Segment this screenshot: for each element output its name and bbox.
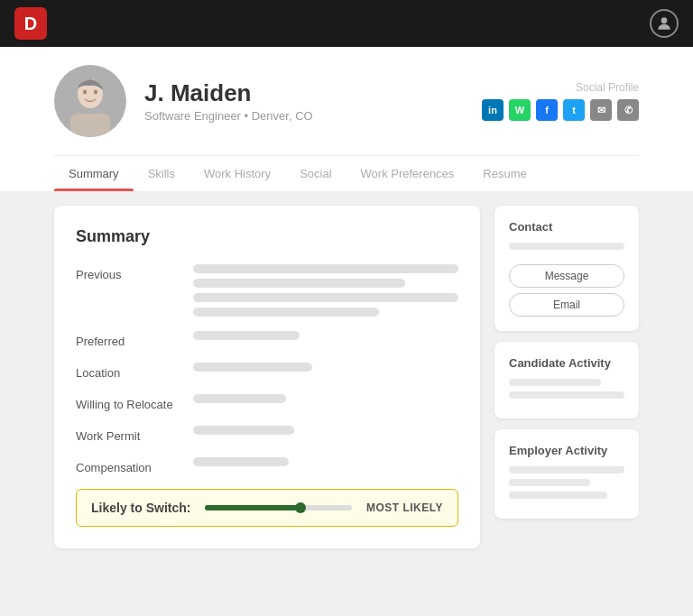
user-account-icon[interactable] [650, 9, 679, 38]
previous-row: Previous [76, 264, 458, 317]
linkedin-icon[interactable]: in [482, 99, 504, 121]
switch-value: MOST LIKELY [366, 501, 443, 514]
svg-rect-2 [70, 114, 110, 137]
bar [193, 426, 294, 435]
bar [193, 457, 289, 466]
work-permit-label: Work Permit [76, 426, 193, 443]
likely-to-switch-banner: Likely to Switch: MOST LIKELY [76, 489, 458, 527]
profile-subtitle: Software Engineer • Denver, CO [144, 109, 482, 123]
profile-header: J. Maiden Software Engineer • Denver, CO… [0, 47, 693, 191]
bar [193, 331, 300, 340]
bar [193, 308, 379, 317]
tab-work-history[interactable]: Work History [189, 156, 285, 191]
social-section: Social Profile in W f t ✉ ✆ [482, 81, 639, 121]
facebook-icon[interactable]: f [536, 99, 558, 121]
compensation-row: Compensation [76, 457, 458, 474]
tab-nav: Summary Skills Work History Social Work … [54, 155, 639, 191]
relocate-content [193, 394, 458, 403]
employer-bar-1 [509, 466, 624, 473]
candidate-activity-title: Candidate Activity [509, 356, 624, 370]
previous-label: Previous [76, 264, 193, 281]
location-label: Location [76, 363, 193, 380]
contact-placeholder [509, 243, 624, 250]
social-icons: in W f t ✉ ✆ [482, 99, 639, 121]
tab-social[interactable]: Social [285, 156, 346, 191]
svg-point-4 [83, 90, 87, 95]
summary-card: Summary Previous Preferred [54, 206, 480, 548]
employer-bar-2 [509, 479, 590, 486]
location-row: Location [76, 363, 458, 380]
employer-activity-title: Employer Activity [509, 444, 624, 457]
bar [193, 363, 312, 372]
topbar: D [0, 0, 693, 47]
contact-title: Contact [509, 220, 624, 234]
switch-fill [205, 505, 300, 510]
compensation-content [193, 457, 458, 466]
tab-summary[interactable]: Summary [54, 156, 134, 191]
preferred-content [193, 331, 458, 340]
tab-resume[interactable]: Resume [468, 156, 541, 191]
compensation-label: Compensation [76, 457, 193, 474]
switch-label: Likely to Switch: [91, 501, 190, 515]
content-area: Summary Previous Preferred [0, 191, 693, 563]
svg-point-6 [97, 93, 102, 98]
profile-info: J. Maiden Software Engineer • Denver, CO [144, 79, 482, 123]
tab-skills[interactable]: Skills [134, 156, 189, 191]
activity-bar-2 [509, 391, 624, 399]
bar [193, 394, 286, 403]
previous-content [193, 264, 458, 317]
work-permit-content [193, 426, 458, 435]
message-button[interactable]: Message [509, 264, 624, 288]
avatar [54, 65, 126, 137]
employer-activity-card: Employer Activity [494, 429, 639, 519]
social-label: Social Profile [482, 81, 639, 94]
main-wrapper: J. Maiden Software Engineer • Denver, CO… [0, 47, 693, 616]
bar [193, 264, 458, 273]
summary-title: Summary [76, 227, 458, 246]
switch-dot [295, 502, 306, 513]
candidate-activity-card: Candidate Activity [494, 342, 639, 418]
work-permit-row: Work Permit [76, 426, 458, 443]
svg-point-0 [661, 17, 668, 23]
app-logo[interactable]: D [14, 7, 47, 40]
twitter-icon[interactable]: t [563, 99, 585, 121]
phone-icon[interactable]: ✆ [617, 99, 639, 121]
relocate-label: Willing to Relocate [76, 394, 193, 411]
email-icon[interactable]: ✉ [590, 99, 612, 121]
location-content [193, 363, 458, 372]
switch-track [205, 505, 351, 510]
sidebar: Contact Message Email Candidate Activity… [494, 206, 639, 548]
whatsapp-icon[interactable]: W [509, 99, 531, 121]
email-button[interactable]: Email [509, 293, 624, 317]
tab-work-preferences[interactable]: Work Preferences [346, 156, 469, 191]
activity-bar-1 [509, 379, 601, 386]
contact-card: Contact Message Email [494, 206, 639, 331]
employer-bar-3 [509, 492, 607, 499]
preferred-row: Preferred [76, 331, 458, 348]
bar [193, 293, 458, 302]
relocate-row: Willing to Relocate [76, 394, 458, 411]
svg-point-5 [94, 90, 97, 95]
bar [193, 279, 405, 288]
switch-bar [205, 505, 351, 510]
profile-name: J. Maiden [144, 79, 482, 107]
preferred-label: Preferred [76, 331, 193, 348]
